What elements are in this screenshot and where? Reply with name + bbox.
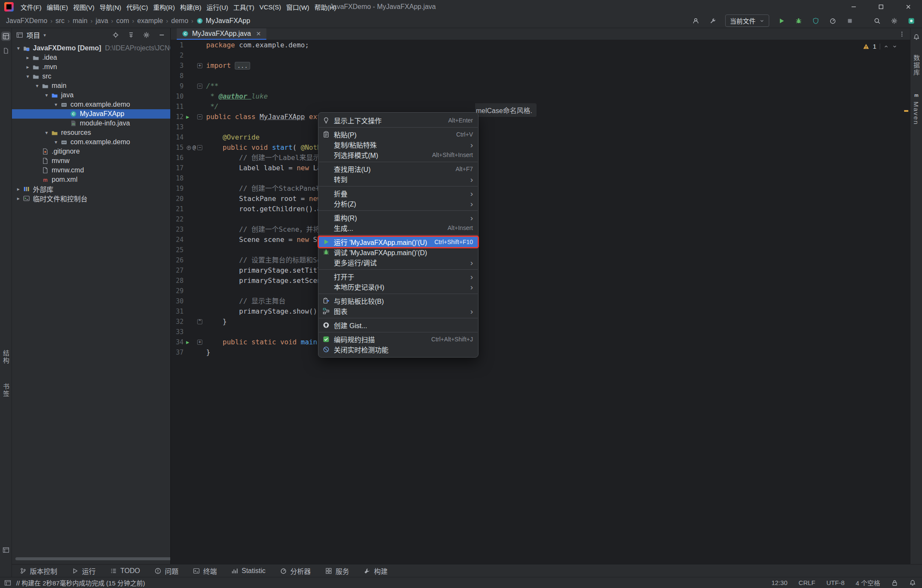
line-number[interactable]: 10 (171, 91, 184, 102)
settings-icon[interactable] (890, 16, 899, 26)
tree-chevron-icon[interactable]: ▾ (43, 92, 50, 98)
breadcrumb-item-0[interactable]: JavaFXDemo (6, 17, 47, 25)
status-message[interactable]: // 构建在 2秒87毫秒内成功完成 (15 分钟之前) (16, 578, 145, 587)
tab-close-icon[interactable]: ✕ (256, 30, 261, 37)
menubar-item-10[interactable]: VCS(S) (257, 0, 284, 14)
line-number[interactable]: 1 (171, 40, 184, 50)
line-number[interactable]: 18 (171, 173, 184, 183)
toolwindow-button-3[interactable]: 问题 (155, 566, 178, 576)
tree-item-15[interactable]: ▸外部库 (12, 184, 170, 194)
structure-tool-button[interactable]: 结构 (1, 350, 10, 364)
tree-chevron-icon[interactable]: ▸ (24, 55, 32, 61)
wrench-icon[interactable] (708, 16, 718, 26)
code-line-24[interactable]: 24 Scene scene = new Sce (171, 235, 910, 245)
context-menu-item-27[interactable]: 编码规约扫描Ctrl+Alt+Shift+J (318, 334, 478, 344)
code-line-14[interactable]: 14 @Override (171, 132, 910, 143)
line-number[interactable]: 23 (171, 224, 184, 235)
line-number[interactable]: 24 (171, 235, 184, 245)
bookmarks-tool-button[interactable]: 书签 (1, 383, 10, 398)
inspections-widget[interactable]: 1 (863, 43, 897, 50)
context-menu-item-7[interactable]: 转到› (318, 174, 478, 184)
tree-item-0[interactable]: ▾JavaFXDemo [Demo]D:\IDEAProjects\JCNCPr… (12, 44, 170, 53)
line-number[interactable]: 32 (171, 317, 184, 327)
caret-position[interactable]: 12:30 (771, 579, 788, 586)
hide-icon[interactable] (158, 31, 166, 39)
code-line-1[interactable]: 1package com.example.demo; (171, 40, 910, 50)
line-number[interactable]: 16 (171, 153, 184, 163)
breadcrumb-item-1[interactable]: src (55, 17, 64, 25)
code-line-18[interactable]: 18 (171, 173, 910, 183)
line-number[interactable]: 14 (171, 132, 184, 143)
code-line-3[interactable]: 3+import ... (171, 61, 910, 71)
fold-marker-icon[interactable]: − (197, 84, 202, 89)
maven-tool-button[interactable]: Maven (913, 102, 920, 125)
context-menu-item-3[interactable]: 复制/粘贴特殊› (318, 140, 478, 150)
bottom-stripe-icon[interactable] (1, 545, 11, 555)
debug-icon[interactable] (794, 16, 803, 26)
code-line-17[interactable]: 17 Label label = new Labe (171, 163, 910, 173)
context-menu-item-16[interactable]: 调试 'MyJavaFXApp.main()'(D) (318, 247, 478, 257)
code-line-32[interactable]: 32^ } (171, 317, 910, 327)
tree-item-4[interactable]: ▾main (12, 81, 170, 90)
line-number[interactable]: 28 (171, 276, 184, 286)
tree-item-12[interactable]: mvnw (12, 156, 170, 166)
line-number[interactable]: 20 (171, 194, 184, 204)
context-menu-item-22[interactable]: 与剪贴板比较(B) (318, 296, 478, 306)
menubar-item-8[interactable]: 运行(U) (204, 0, 231, 14)
context-menu-item-25[interactable]: 创建 Gist... (318, 320, 478, 330)
user-icon[interactable] (691, 16, 700, 26)
window-minimize-button[interactable] (840, 0, 867, 14)
code-line-13[interactable]: 13 (171, 122, 910, 132)
line-number[interactable]: 2 (171, 50, 184, 61)
file-encoding[interactable]: UTF-8 (826, 579, 845, 586)
line-number[interactable]: 34 (171, 337, 184, 347)
toolwindow-button-7[interactable]: 服务 (325, 566, 349, 576)
context-menu-item-28[interactable]: 关闭实时检测功能 (318, 344, 478, 355)
line-number[interactable]: 22 (171, 214, 184, 224)
line-number[interactable]: 3 (171, 61, 184, 71)
line-number[interactable]: 15 (171, 143, 184, 153)
code-line-22[interactable]: 22 (171, 214, 910, 224)
line-number[interactable]: 25 (171, 245, 184, 255)
code-line-20[interactable]: 20 StackPane root = new S (171, 194, 910, 204)
line-number[interactable]: 12 (171, 112, 184, 122)
next-warning-icon[interactable] (892, 44, 897, 49)
code-line-29[interactable]: 29 (171, 286, 910, 296)
menubar-item-4[interactable]: 导航(N) (97, 0, 124, 14)
line-number[interactable]: 19 (171, 183, 184, 194)
tree-item-9[interactable]: ▾resources (12, 128, 170, 137)
code-line-37[interactable]: 37} (171, 347, 910, 358)
tree-item-13[interactable]: mvnw.cmd (12, 166, 170, 175)
notifications-stripe-icon[interactable] (912, 32, 921, 42)
project-panel-title[interactable]: 项目 (26, 30, 40, 40)
context-menu-item-12[interactable]: 重构(R)› (318, 212, 478, 223)
stop-icon[interactable] (845, 16, 855, 26)
toolwindow-button-6[interactable]: 分析器 (280, 566, 311, 576)
code-line-23[interactable]: 23 // 创建一个Scene，并将St (171, 224, 910, 235)
coverage-icon[interactable] (811, 16, 820, 26)
assistant-icon[interactable] (907, 16, 916, 26)
line-number[interactable]: 27 (171, 265, 184, 276)
context-menu-item-10[interactable]: 分析(Z)› (318, 198, 478, 209)
menubar-item-6[interactable]: 重构(R) (151, 0, 178, 14)
menubar-item-9[interactable]: 工具(T) (230, 0, 257, 14)
context-menu-item-4[interactable]: 列选择模式(M)Alt+Shift+Insert (318, 150, 478, 160)
prev-warning-icon[interactable] (884, 44, 889, 49)
breadcrumb-item-4[interactable]: com (116, 17, 129, 25)
context-menu-item-0[interactable]: 显示上下文操作Alt+Enter (318, 115, 478, 125)
code-line-12[interactable]: 12▶−public class MyJavaFXApp exte (171, 112, 910, 122)
line-number[interactable]: 9 (171, 81, 184, 91)
tree-chevron-icon[interactable]: ▾ (52, 139, 60, 145)
fold-marker-icon[interactable]: + (197, 340, 202, 345)
line-number[interactable]: 30 (171, 296, 184, 306)
code-line-30[interactable]: 30 // 显示主舞台 (171, 296, 910, 306)
breadcrumb-item-3[interactable]: java (96, 17, 108, 25)
menubar-item-1[interactable]: 文件(F) (18, 0, 44, 14)
run-config-selector[interactable]: 当前文件 (725, 15, 769, 27)
status-notifications-icon[interactable] (909, 579, 916, 586)
breadcrumb-item-7[interactable]: CMyJavaFXApp (196, 17, 250, 25)
tree-chevron-icon[interactable]: ▸ (15, 186, 22, 192)
toolwindow-button-5[interactable]: Statistic (231, 567, 266, 575)
code-line-34[interactable]: 34▶+ public static void main(St (171, 337, 910, 347)
override-gutter-icon[interactable] (186, 145, 192, 151)
